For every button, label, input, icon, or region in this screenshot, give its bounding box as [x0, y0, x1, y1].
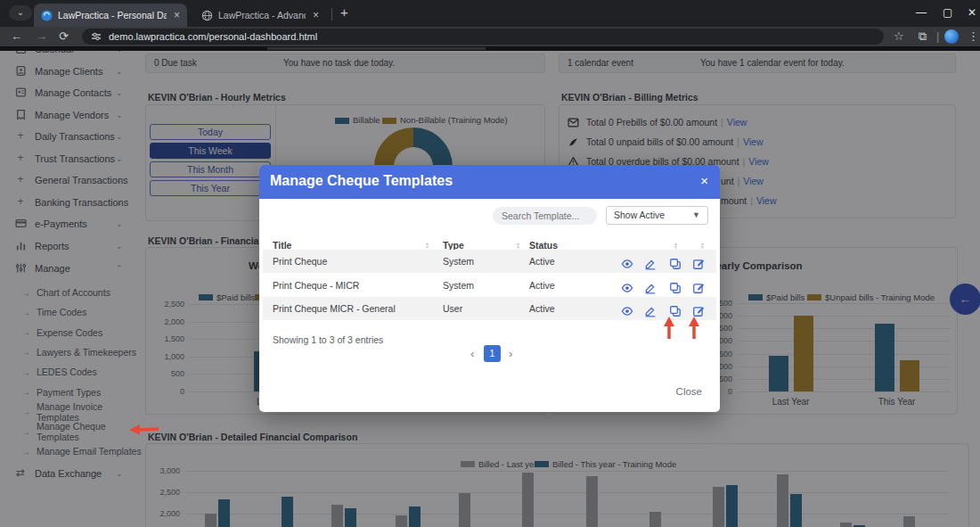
profile-avatar[interactable]: [944, 29, 959, 44]
browser-tab-active[interactable]: LawPractica - Personal Dashbo ×: [34, 4, 187, 27]
manage-cheque-templates-modal: Manage Cheque Templates × Show Active ▼ …: [259, 165, 720, 412]
reload-icon[interactable]: ⟳: [59, 29, 69, 44]
browser-toolbar: ← → ⟳ demo.lawpractica.com/personal-dash…: [0, 27, 980, 46]
tab-close-icon[interactable]: ×: [172, 9, 180, 21]
url-text: demo.lawpractica.com/personal-dashboard.…: [109, 29, 317, 45]
sort-icon[interactable]: ▲▼: [674, 242, 678, 249]
maximize-icon[interactable]: ▢: [943, 6, 952, 19]
minimize-icon[interactable]: —: [916, 6, 927, 19]
browser-tab-inactive[interactable]: LawPractica - Advance Report E ×: [194, 4, 326, 27]
status-filter-select[interactable]: Show Active ▼: [606, 206, 708, 225]
status-filter-value: Show Active: [614, 210, 665, 220]
sort-icon[interactable]: ▲▼: [516, 242, 520, 249]
globe-icon: [201, 10, 213, 21]
pencil-icon[interactable]: [644, 279, 657, 292]
cell-status: Active: [529, 250, 555, 273]
table-row: Print ChequeSystemActive: [263, 250, 716, 273]
menu-dots-icon[interactable]: ⋮: [968, 29, 979, 44]
copy-icon[interactable]: [669, 302, 682, 315]
copy-icon[interactable]: [669, 255, 682, 268]
page-content: Calendar⌄Manage Clients⌄Manage Contacts⌄…: [0, 46, 980, 527]
edit-square-icon[interactable]: [692, 279, 705, 292]
forward-icon[interactable]: →: [36, 29, 47, 44]
modal-title: Manage Cheque Templates: [270, 173, 453, 189]
cell-title: Print Cheque: [273, 250, 327, 273]
pencil-icon[interactable]: [644, 255, 657, 268]
tab-title: LawPractica - Personal Dashbo: [58, 10, 167, 21]
modal-close-icon[interactable]: ×: [700, 173, 708, 188]
sort-icon[interactable]: ▲▼: [425, 242, 429, 249]
cell-status: Active: [529, 274, 555, 297]
pagination-next-icon[interactable]: ›: [509, 347, 512, 360]
pencil-icon[interactable]: [644, 302, 657, 315]
copy-icon[interactable]: [669, 279, 682, 292]
edit-square-icon[interactable]: [692, 255, 705, 268]
cell-type: User: [443, 297, 462, 320]
tab-close-icon[interactable]: ×: [311, 9, 319, 21]
edit-square-icon[interactable]: [692, 302, 705, 315]
tab-search-icon[interactable]: ⌄: [9, 5, 32, 21]
cell-title: Print Cheque - MICR: [273, 274, 359, 297]
toolbar-separator: |: [936, 29, 939, 44]
cell-title: Print Cheque MICR - General: [273, 297, 396, 320]
close-icon[interactable]: ✕: [968, 6, 976, 19]
table-entries-info: Showing 1 to 3 of 3 entries: [273, 334, 383, 345]
eye-icon[interactable]: [621, 302, 633, 315]
pagination-prev-icon[interactable]: ‹: [470, 347, 474, 360]
cell-status: Active: [529, 297, 555, 320]
pagination-page-1[interactable]: 1: [484, 345, 501, 362]
new-tab-icon[interactable]: +: [340, 4, 348, 20]
browser-tab-strip: ⌄ LawPractica - Personal Dashbo × LawPra…: [0, 0, 980, 27]
chevron-down-icon: ▼: [692, 207, 700, 224]
eye-icon[interactable]: [621, 279, 633, 292]
back-icon[interactable]: ←: [11, 29, 22, 44]
search-template-input[interactable]: [493, 207, 597, 225]
bookmark-star-icon[interactable]: ☆: [894, 29, 904, 44]
modal-header: Manage Cheque Templates ×: [259, 165, 720, 199]
table-row: Print Cheque - MICRSystemActive: [263, 274, 716, 297]
address-bar[interactable]: demo.lawpractica.com/personal-dashboard.…: [82, 29, 884, 45]
site-info-icon[interactable]: [91, 31, 102, 42]
close-button[interactable]: Close: [676, 386, 702, 397]
table-row: Print Cheque MICR - GeneralUserActive: [263, 297, 716, 320]
cell-type: System: [443, 274, 474, 297]
tab-title: LawPractica - Advance Report E: [218, 10, 306, 21]
screenshot-root: ⌄ LawPractica - Personal Dashbo × LawPra…: [0, 0, 980, 527]
tab-divider: [331, 8, 332, 21]
lawpractica-logo-icon: [41, 10, 53, 21]
cell-type: System: [443, 250, 474, 273]
sort-icon[interactable]: ▲▼: [700, 242, 705, 249]
tab-groups-icon[interactable]: ⧉: [919, 29, 927, 44]
eye-icon[interactable]: [621, 255, 633, 268]
